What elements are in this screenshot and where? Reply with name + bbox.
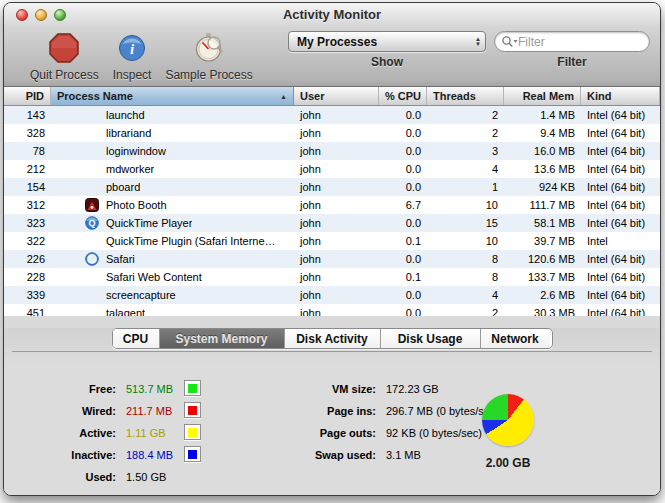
- window-chrome: Activity Monitor Quit Process: [4, 3, 660, 87]
- process-name: QuickTime Player: [106, 217, 192, 229]
- cell-process-name: Safari: [51, 252, 294, 266]
- show-dropdown[interactable]: My Processes ▲▼: [288, 31, 486, 52]
- minimize-button[interactable]: [35, 9, 47, 21]
- column-header-pid[interactable]: PID: [4, 87, 51, 105]
- table-row[interactable]: 322QuickTime Plugin (Safari Interne…john…: [4, 232, 660, 250]
- table-row[interactable]: 312Photo Boothjohn6.710111.7 MBIntel (64…: [4, 196, 660, 214]
- dropdown-arrows-icon: ▲▼: [471, 37, 481, 47]
- toolbar-button-label: Sample Process: [165, 68, 252, 82]
- cell-threads: 2: [427, 127, 504, 139]
- stop-sign-icon: [47, 29, 81, 67]
- titlebar[interactable]: Activity Monitor: [4, 3, 660, 27]
- column-header-threads[interactable]: Threads: [427, 87, 504, 105]
- close-button[interactable]: [16, 9, 28, 21]
- cell-kind: Intel (64 bit): [581, 271, 660, 283]
- stat-label: VM size:: [204, 383, 376, 395]
- toolbar: Quit Process i Inspect: [4, 27, 660, 87]
- column-header-label: User: [300, 90, 324, 102]
- cell-process-name: pboard: [51, 180, 294, 194]
- cell-threads: 10: [427, 199, 504, 211]
- toolbar-buttons: Quit Process i Inspect: [30, 29, 253, 82]
- process-table: 143launchdjohn0.021.4 MBIntel (64 bit)32…: [4, 106, 660, 316]
- icon-slot-empty: [85, 126, 102, 140]
- pie-total-label: 2.00 GB: [459, 456, 557, 470]
- icon-slot-empty: [85, 234, 102, 248]
- cell-process-name: QuickTime Plugin (Safari Interne…: [51, 234, 294, 248]
- table-row[interactable]: 339screencapturejohn0.042.6 MBIntel (64 …: [4, 286, 660, 304]
- cell-real-mem: 133.7 MB: [504, 271, 581, 283]
- table-row[interactable]: 328librariandjohn0.029.4 MBIntel (64 bit…: [4, 124, 660, 142]
- column-header-real-mem[interactable]: Real Mem: [504, 87, 581, 105]
- cell-cpu: 0.0: [379, 181, 427, 193]
- stat-value: 92 KB (0 bytes/sec): [386, 427, 482, 439]
- cell-pid: 154: [4, 181, 51, 193]
- memory-stat-row: Active:1.11 GB: [4, 424, 166, 441]
- cell-real-mem: 924 KB: [504, 181, 581, 193]
- column-header-process-name[interactable]: Process Name▲: [51, 87, 294, 105]
- show-dropdown-value: My Processes: [297, 35, 471, 49]
- cell-cpu: 0.0: [379, 307, 427, 316]
- pane-divider: [12, 351, 652, 352]
- tab-disk-usage[interactable]: Disk Usage: [381, 329, 481, 348]
- filter-input[interactable]: [518, 35, 641, 49]
- column-header-user[interactable]: User: [294, 87, 379, 105]
- column-header-cpu[interactable]: % CPU: [379, 87, 427, 105]
- process-name: launchd: [106, 109, 145, 121]
- cell-cpu: 0.0: [379, 145, 427, 157]
- color-swatch: [184, 424, 201, 440]
- table-row[interactable]: 78loginwindowjohn0.0316.0 MBIntel (64 bi…: [4, 142, 660, 160]
- cell-real-mem: 120.6 MB: [504, 253, 581, 265]
- process-name: loginwindow: [106, 145, 166, 157]
- cell-threads: 1: [427, 181, 504, 193]
- icon-slot-empty: [85, 180, 102, 194]
- cell-threads: 8: [427, 253, 504, 265]
- stat-value: 513.7 MB: [126, 383, 173, 395]
- cell-real-mem: 1.4 MB: [504, 109, 581, 121]
- zoom-button[interactable]: [54, 9, 66, 21]
- cell-cpu: 0.1: [379, 235, 427, 247]
- process-name: mdworker: [106, 163, 154, 175]
- quit-process-button[interactable]: Quit Process: [30, 29, 99, 82]
- cell-user: john: [294, 271, 379, 283]
- cell-cpu: 0.1: [379, 271, 427, 283]
- cell-user: john: [294, 217, 379, 229]
- cell-kind: Intel: [581, 235, 660, 247]
- cell-real-mem: 58.1 MB: [504, 217, 581, 229]
- cell-process-name: Photo Booth: [51, 198, 294, 212]
- filter-group: Filter: [494, 31, 650, 69]
- table-row[interactable]: 228Safari Web Contentjohn0.18133.7 MBInt…: [4, 268, 660, 286]
- tab-cpu[interactable]: CPU: [113, 329, 160, 348]
- table-row[interactable]: 154pboardjohn0.01924 KBIntel (64 bit): [4, 178, 660, 196]
- table-row[interactable]: 323QQuickTime Playerjohn0.01558.1 MBInte…: [4, 214, 660, 232]
- cell-cpu: 0.0: [379, 289, 427, 301]
- cell-kind: Intel (64 bit): [581, 109, 660, 121]
- cell-pid: 212: [4, 163, 51, 175]
- filter-search-field[interactable]: [494, 31, 650, 52]
- inspect-button[interactable]: i Inspect: [113, 29, 152, 82]
- bottom-pane: CPUSystem MemoryDisk ActivityDisk UsageN…: [4, 328, 660, 496]
- table-row[interactable]: 143launchdjohn0.021.4 MBIntel (64 bit): [4, 106, 660, 124]
- cell-real-mem: 111.7 MB: [504, 199, 581, 211]
- tab-system-memory[interactable]: System Memory: [160, 329, 285, 348]
- table-row[interactable]: 226Safarijohn0.08120.6 MBIntel (64 bit): [4, 250, 660, 268]
- tab-disk-activity[interactable]: Disk Activity: [285, 329, 381, 348]
- color-swatch: [184, 380, 201, 396]
- cell-pid: 323: [4, 217, 51, 229]
- column-header-label: % CPU: [385, 90, 421, 102]
- process-name: screencapture: [106, 289, 176, 301]
- process-name: talagent: [106, 307, 145, 316]
- tab-network[interactable]: Network: [481, 329, 550, 348]
- table-row[interactable]: 212mdworkerjohn0.0413.6 MBIntel (64 bit): [4, 160, 660, 178]
- sample-process-button[interactable]: Sample Process: [165, 29, 252, 82]
- cell-user: john: [294, 145, 379, 157]
- cell-kind: Intel (64 bit): [581, 289, 660, 301]
- cell-real-mem: 9.4 MB: [504, 127, 581, 139]
- cell-pid: 312: [4, 199, 51, 211]
- cell-threads: 2: [427, 109, 504, 121]
- show-caption: Show: [371, 55, 403, 69]
- column-header-kind[interactable]: Kind: [581, 87, 660, 105]
- cell-threads: 2: [427, 307, 504, 316]
- table-row[interactable]: 451talagentjohn0.0230.3 MBIntel (64 bit): [4, 304, 660, 316]
- cell-threads: 15: [427, 217, 504, 229]
- cell-pid: 328: [4, 127, 51, 139]
